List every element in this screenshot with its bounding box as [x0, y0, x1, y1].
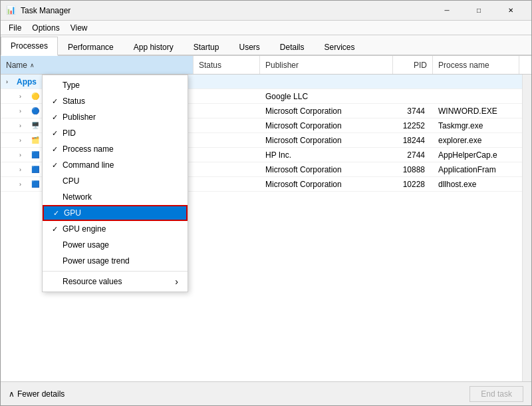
bottom-bar: ∧ Fewer details End task — [1, 381, 531, 405]
menu-view[interactable]: View — [65, 22, 93, 34]
col-header-publisher-label: Publisher — [265, 61, 299, 70]
menu-item-cpu[interactable]: CPU — [43, 173, 188, 189]
word-pid: 3744 — [393, 106, 433, 116]
menu-item-power-usage[interactable]: Power usage — [43, 237, 188, 253]
col-header-pid-label: PID — [414, 61, 427, 70]
menu-item-status[interactable]: ✓ Status — [43, 93, 188, 109]
hp-publisher: HP Inc. — [260, 150, 393, 160]
expand-appframe[interactable]: › — [19, 166, 27, 173]
title-controls: ─ □ ✕ — [432, 1, 526, 21]
close-button[interactable]: ✕ — [495, 1, 526, 21]
fewer-details-arrow: ∧ — [9, 389, 15, 399]
col-header-pid[interactable]: PID — [393, 56, 433, 74]
dllhost-process: dllhost.exe — [433, 180, 519, 189]
expand-explorer[interactable]: › — [19, 137, 27, 144]
check-pid: ✓ — [52, 129, 61, 138]
window-title: Task Manager — [21, 6, 70, 15]
tab-services[interactable]: Services — [315, 38, 365, 56]
menu-file[interactable]: File — [3, 22, 27, 34]
expand-icon[interactable]: › — [6, 79, 14, 85]
hp-process: AppHelperCap.e — [433, 150, 519, 160]
tab-performance[interactable]: Performance — [58, 38, 124, 56]
taskmgr-icon: 🖥️ — [30, 120, 41, 131]
end-task-button[interactable]: End task — [469, 386, 523, 402]
context-menu: Type ✓ Status ✓ Publisher ✓ PID ✓ Proces… — [42, 75, 188, 292]
tab-app-history[interactable]: App history — [124, 38, 184, 56]
col-header-process-label: Process name — [438, 61, 489, 70]
expand-word[interactable]: › — [19, 108, 27, 114]
appframe-process: ApplicationFram — [433, 165, 519, 174]
col-header-status[interactable]: Status — [194, 56, 260, 74]
fewer-details-label: Fewer details — [17, 389, 65, 399]
hp-icon: 🟦 — [30, 150, 41, 160]
menu-item-power-usage-label: Power usage — [63, 240, 109, 250]
menu-item-cpu-label: CPU — [63, 176, 79, 186]
menu-item-gpu[interactable]: ✓ GPU — [43, 205, 188, 221]
expand-taskmgr[interactable]: › — [19, 122, 27, 129]
explorer-icon: 🗂️ — [30, 135, 41, 146]
col-header-status-label: Status — [199, 61, 221, 70]
check-gpu-engine: ✓ — [52, 225, 61, 234]
tab-processes[interactable]: Processes — [1, 37, 58, 56]
tab-details[interactable]: Details — [270, 38, 315, 56]
menu-item-power-usage-trend-label: Power usage trend — [63, 256, 130, 266]
title-bar: 📊 Task Manager ─ □ ✕ — [1, 1, 531, 21]
tab-startup[interactable]: Startup — [184, 38, 229, 56]
menu-item-resource-values[interactable]: Resource values — [43, 274, 188, 290]
dllhost-publisher: Microsoft Corporation — [260, 180, 393, 189]
menu-item-gpu-engine-label: GPU engine — [63, 224, 106, 234]
check-gpu: ✓ — [53, 209, 63, 218]
col-header-publisher[interactable]: Publisher — [260, 56, 393, 74]
expand-hp[interactable]: › — [19, 152, 27, 158]
check-process-name: ✓ — [52, 145, 61, 154]
menu-item-pid[interactable]: ✓ PID — [43, 125, 188, 141]
explorer-publisher: Microsoft Corporation — [260, 136, 393, 145]
taskmgr-process: Taskmgr.exe — [433, 121, 519, 130]
appframe-pid: 10888 — [393, 165, 433, 174]
menu-item-process-name[interactable]: ✓ Process name — [43, 141, 188, 157]
menu-options[interactable]: Options — [27, 22, 65, 34]
menu-item-gpu-label: GPU — [64, 208, 81, 218]
menu-item-resource-values-label: Resource values — [63, 277, 122, 286]
app-icon: 📊 — [6, 5, 17, 16]
menu-item-publisher[interactable]: ✓ Publisher — [43, 109, 188, 125]
expand-dllhost[interactable]: › — [19, 181, 27, 188]
explorer-process: explorer.exe — [433, 136, 519, 145]
menu-separator — [43, 271, 188, 272]
title-bar-left: 📊 Task Manager — [6, 5, 70, 16]
col-header-name-label: Name — [6, 61, 27, 70]
col-header-process[interactable]: Process name — [433, 56, 519, 74]
hp-pid: 2744 — [393, 150, 433, 160]
col-header-name[interactable]: Name ∧ — [1, 56, 194, 74]
menu-bar: File Options View — [1, 21, 531, 35]
tab-bar: Processes Performance App history Startu… — [1, 35, 531, 56]
expand-chrome[interactable]: › — [19, 93, 27, 100]
sort-arrow: ∧ — [30, 62, 35, 69]
scrollbar[interactable] — [522, 75, 531, 381]
menu-item-process-name-label: Process name — [63, 144, 114, 154]
menu-item-command-line-label: Command line — [63, 160, 114, 170]
taskmgr-pid: 12252 — [393, 121, 433, 130]
minimize-button[interactable]: ─ — [432, 1, 462, 21]
word-process: WINWORD.EXE — [433, 106, 519, 116]
menu-item-gpu-engine[interactable]: ✓ GPU engine — [43, 221, 188, 237]
appframe-publisher: Microsoft Corporation — [260, 165, 393, 174]
menu-item-type[interactable]: Type — [43, 77, 188, 93]
dllhost-pid: 10228 — [393, 180, 433, 189]
menu-item-power-usage-trend[interactable]: Power usage trend — [43, 253, 188, 269]
apps-section-label: Apps — [17, 77, 37, 87]
menu-item-publisher-label: Publisher — [63, 112, 96, 122]
fewer-details[interactable]: ∧ Fewer details — [9, 389, 65, 399]
word-publisher: Microsoft Corporation — [260, 106, 393, 116]
menu-item-pid-label: PID — [63, 128, 76, 138]
menu-item-network[interactable]: Network — [43, 189, 188, 205]
maximize-button[interactable]: □ — [464, 1, 494, 21]
check-publisher: ✓ — [52, 113, 61, 122]
check-command-line: ✓ — [52, 161, 61, 170]
tab-users[interactable]: Users — [229, 38, 269, 56]
chrome-publisher: Google LLC — [260, 92, 393, 101]
appframe-icon: 🟦 — [30, 164, 41, 175]
column-headers: Name ∧ Status Publisher PID Process name — [1, 56, 531, 75]
menu-item-command-line[interactable]: ✓ Command line — [43, 157, 188, 173]
check-status: ✓ — [52, 97, 61, 106]
